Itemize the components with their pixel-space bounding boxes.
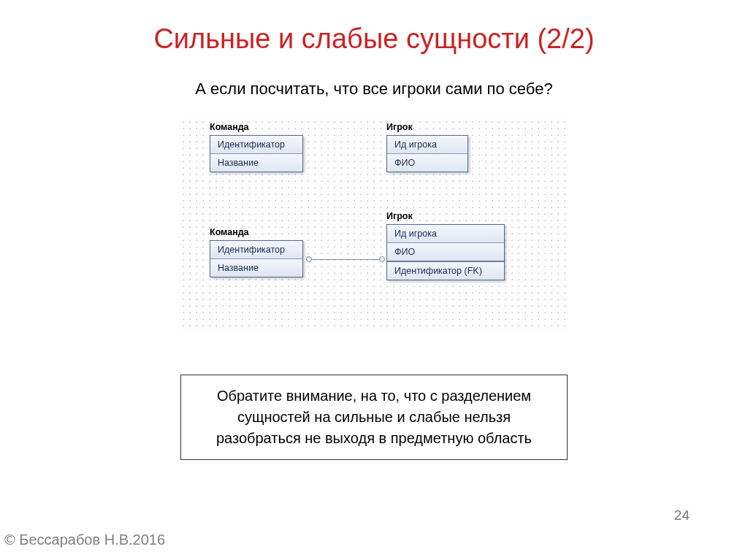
copyright: © Бессарабов Н.В.2016 xyxy=(4,532,165,548)
entity-attr: ФИО xyxy=(387,154,468,172)
entity-team-top: Идентификатор Название xyxy=(210,135,303,172)
entity-attr: Ид игрока xyxy=(387,225,504,243)
entity-attr: Идентификатор xyxy=(210,241,302,259)
entity-attr: Идентификатор xyxy=(210,136,302,154)
entity-label-player-top: Игрок xyxy=(386,122,413,132)
entity-player-top: Ид игрока ФИО xyxy=(386,135,468,172)
slide-title: Сильные и слабые сущности (2/2) xyxy=(0,0,748,62)
entity-attr: Название xyxy=(210,154,302,172)
entity-team-bottom: Идентификатор Название xyxy=(210,240,303,277)
slide-subtitle: А если посчитать, что все игроки сами по… xyxy=(0,80,748,99)
relationship-endpoint-right xyxy=(379,256,385,262)
entity-label-team-bottom: Команда xyxy=(210,227,249,237)
relationship-line xyxy=(309,259,381,260)
entity-label-player-bottom: Игрок xyxy=(386,211,413,221)
note-box: Обратите внимание, на то, что с разделен… xyxy=(180,375,568,460)
entity-attr: Идентификатор (FK) xyxy=(387,262,504,280)
entity-attr: Название xyxy=(210,259,302,277)
entity-attr: ФИО xyxy=(387,243,504,262)
er-diagram: Команда Идентификатор Название Игрок Ид … xyxy=(180,119,568,331)
entity-label-team-top: Команда xyxy=(210,122,249,132)
relationship-endpoint-left xyxy=(306,256,312,262)
page-number: 24 xyxy=(674,507,690,523)
entity-attr: Ид игрока xyxy=(387,136,468,154)
entity-player-bottom: Ид игрока ФИО Идентификатор (FK) xyxy=(386,224,505,280)
